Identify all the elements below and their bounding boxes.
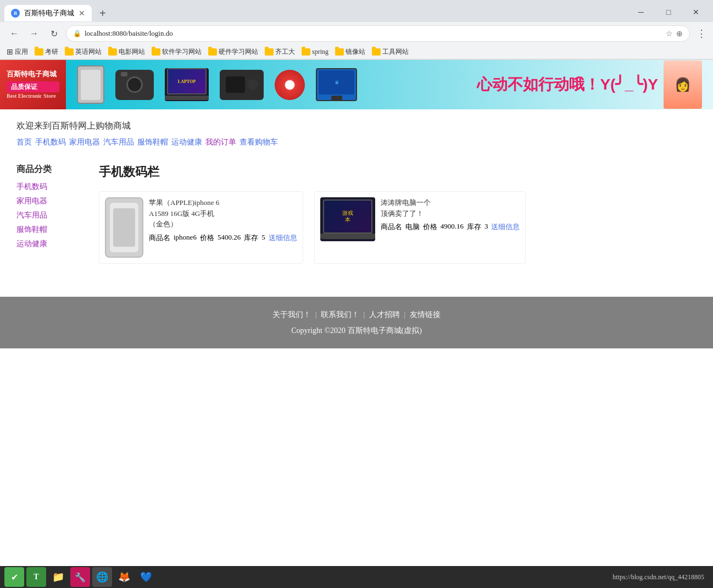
footer-sep-1: |	[315, 310, 317, 319]
close-button[interactable]: ✕	[683, 4, 709, 20]
extensions-icon[interactable]: ⋮	[697, 27, 706, 40]
url-text: localhost:8080/baisite/login.do	[85, 29, 662, 38]
bookmark-hardware-label: 硬件学习网站	[219, 47, 258, 57]
nav-fashion[interactable]: 服饰鞋帽	[137, 137, 168, 147]
bookmark-kaoyuan-label: 考研	[45, 47, 58, 57]
product-detail-link-1[interactable]: 送细信息	[269, 233, 297, 243]
main-section: 手机数码栏 苹果（APPLE)iphone 6 A1589 16G版 4G手机（…	[99, 164, 697, 264]
bookmark-tools-label: 工具网站	[382, 47, 409, 57]
lock-icon: 🔒	[73, 30, 81, 38]
product-stock-label-2: 库存	[467, 222, 481, 232]
bookmark-english-label: 英语网站	[75, 47, 102, 57]
bookmark-mirror[interactable]: 镜像站	[335, 47, 365, 57]
tab-bar: B 百斯特电子商城 ✕ + ─ □ ✕	[0, 0, 713, 22]
new-tab-button[interactable]: +	[96, 7, 109, 20]
bookmark-qigongda[interactable]: 齐工大	[265, 47, 295, 57]
folder-icon-english	[65, 48, 74, 56]
folder-icon-software	[152, 48, 160, 56]
footer-contact[interactable]: 联系我们！	[321, 310, 359, 319]
bookmark-english[interactable]: 英语网站	[65, 47, 102, 57]
banner-slogan: 心动不如行动哦！Y(╯_╰)Y	[477, 74, 658, 95]
address-bar-row: ← → ↻ 🔒 localhost:8080/baisite/login.do …	[0, 22, 713, 45]
product-detail-link-2[interactable]: 送细信息	[491, 222, 520, 232]
forward-button[interactable]: →	[26, 26, 42, 41]
product-price-value-1: 5400.26	[218, 233, 241, 243]
product-card-2: 游戏本 涛涛牌电脑一个顶俩卖了了！ 商品名 电脑 价格 4900.16	[314, 191, 526, 264]
folder-icon-hardware	[208, 48, 217, 56]
footer-about[interactable]: 关于我们！	[272, 310, 311, 319]
banner-logo-en: Best Electronic Store	[7, 92, 59, 100]
bookmark-kaoyuan[interactable]: 考研	[35, 47, 58, 57]
product-name-1: 苹果（APPLE)iphone 6 A1589 16G版 4G手机（金色）	[149, 197, 226, 230]
bookmark-spring[interactable]: spring	[302, 48, 328, 56]
bookmark-movies-label: 电影网站	[119, 47, 145, 57]
nav-sports[interactable]: 运动健康	[171, 137, 202, 147]
bookmark-hardware[interactable]: 硬件学习网站	[208, 47, 258, 57]
window-controls: ─ □ ✕	[628, 4, 709, 22]
sidebar-item-auto[interactable]: 汽车用品	[16, 210, 82, 220]
folder-icon-tools	[372, 48, 381, 56]
main-area: 欢迎来到百斯特网上购物商城 首页 手机数码 家用电器 汽车用品 服饰鞋帽 运动健…	[0, 109, 713, 275]
sidebar-item-sports[interactable]: 运动健康	[16, 239, 82, 249]
minimize-button[interactable]: ─	[628, 4, 654, 20]
folder-icon-spring	[302, 48, 310, 56]
banner-laptop-img: LAPTOP	[165, 68, 209, 101]
bookmark-software[interactable]: 软件学习网站	[152, 47, 202, 57]
nav-cart[interactable]: 查看购物车	[239, 137, 278, 147]
bookmark-software-label: 软件学习网站	[162, 47, 202, 57]
page-content: 百斯特电子商城 品质保证 Best Electronic Store LAPTO…	[0, 60, 713, 390]
product-stock-value-2: 3	[484, 222, 488, 232]
banner-disc-img	[275, 70, 305, 100]
product-price-value-2: 4900.16	[441, 222, 464, 232]
apps-grid-icon: ⊞	[7, 47, 13, 57]
nav-auto[interactable]: 汽车用品	[103, 137, 134, 147]
tab-title: 百斯特电子商城	[24, 8, 74, 18]
active-tab[interactable]: B 百斯特电子商城 ✕	[4, 5, 92, 21]
nav-phones[interactable]: 手机数码	[35, 137, 66, 147]
product-price-label-1: 价格	[200, 233, 214, 243]
sidebar-title: 商品分类	[16, 164, 82, 175]
sidebar-item-appliances[interactable]: 家用电器	[16, 196, 82, 206]
content-layout: 商品分类 手机数码 家用电器 汽车用品 服饰鞋帽 运动健康 手机数码栏	[16, 164, 697, 264]
banner: 百斯特电子商城 品质保证 Best Electronic Store LAPTO…	[0, 60, 713, 109]
footer-careers[interactable]: 人才招聘	[369, 310, 400, 319]
product-name-2: 涛涛牌电脑一个顶俩卖了了！	[381, 197, 436, 219]
extension-icon[interactable]: ⊕	[676, 29, 683, 38]
nav-links: 首页 手机数码 家用电器 汽车用品 服饰鞋帽 运动健康 我的订单 查看购物车	[16, 137, 697, 147]
quality-badge: 品质保证	[7, 81, 59, 93]
product-name-label-1: 商品名	[149, 233, 170, 243]
back-button[interactable]: ←	[7, 26, 22, 41]
footer-sep-2: |	[364, 310, 365, 319]
product-card-1: 苹果（APPLE)iphone 6 A1589 16G版 4G手机（金色） 商品…	[99, 191, 303, 264]
sidebar-item-fashion[interactable]: 服饰鞋帽	[16, 225, 82, 235]
bookmark-movies[interactable]: 电影网站	[108, 47, 145, 57]
bookmark-qigongda-label: 齐工大	[275, 47, 295, 57]
footer-friendly-links[interactable]: 友情链接	[410, 310, 441, 319]
banner-camcorder-img	[220, 70, 264, 100]
footer-sep-3: |	[404, 310, 405, 319]
bookmark-tools[interactable]: 工具网站	[372, 47, 409, 57]
folder-icon-movies	[108, 48, 117, 56]
tab-close-button[interactable]: ✕	[79, 9, 85, 18]
nav-home[interactable]: 首页	[16, 137, 32, 147]
product-stock-value-1: 5	[261, 233, 265, 243]
product-name-label-2: 商品名	[381, 222, 402, 232]
product-info-2: 涛涛牌电脑一个顶俩卖了了！ 商品名 电脑 价格 4900.16 库存 3 送细信…	[381, 197, 520, 232]
nav-my-order[interactable]: 我的订单	[205, 137, 236, 147]
folder-icon-kaoyuan	[35, 48, 43, 56]
footer-copyright: Copyright ©2020 百斯特电子商城(虚拟)	[11, 324, 702, 337]
nav-appliances[interactable]: 家用电器	[69, 137, 100, 147]
banner-products: LAPTOP 🖥	[66, 65, 477, 104]
product-img-2: 游戏本	[320, 197, 375, 241]
sidebar-item-phones[interactable]: 手机数码	[16, 182, 82, 192]
product-stock-label-1: 库存	[244, 233, 258, 243]
footer-links: 关于我们！ | 联系我们！ | 人才招聘 | 友情链接	[11, 308, 702, 321]
maximize-button[interactable]: □	[656, 4, 681, 20]
product-meta-2: 商品名 电脑 价格 4900.16 库存 3 送细信息	[381, 222, 520, 232]
address-bar[interactable]: 🔒 localhost:8080/baisite/login.do ☆ ⊕	[66, 25, 690, 42]
refresh-button[interactable]: ↻	[46, 26, 62, 41]
banner-logo: 百斯特电子商城 品质保证 Best Electronic Store	[0, 60, 66, 109]
bookmarks-apps[interactable]: ⊞ 应用	[7, 47, 28, 57]
product-name-value-1: iphone6	[174, 233, 197, 243]
star-icon[interactable]: ☆	[666, 29, 673, 38]
